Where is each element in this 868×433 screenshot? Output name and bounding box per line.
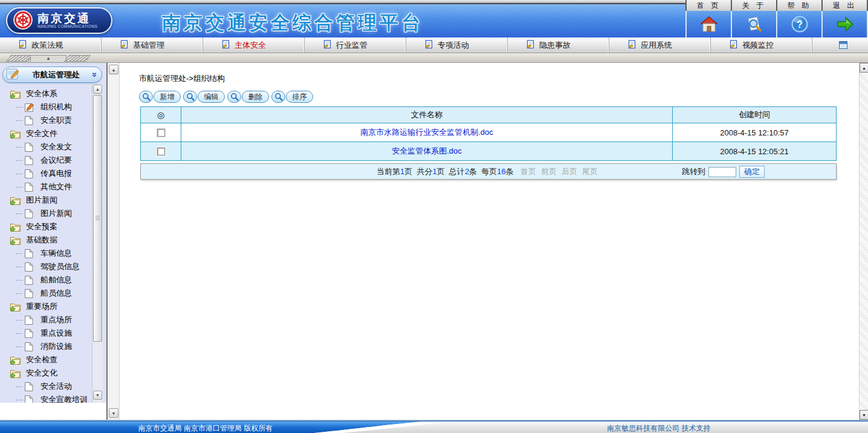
quick-link[interactable]: 帮 助 bbox=[777, 0, 823, 11]
menu-doc-icon bbox=[729, 40, 738, 51]
menu-tab[interactable]: 视频监控 bbox=[711, 37, 812, 53]
scroll-up-icon[interactable]: ▲ bbox=[93, 85, 102, 94]
splitter-handle[interactable]: ▲ bbox=[8, 55, 88, 62]
tree-item[interactable]: 安全活动 bbox=[0, 380, 92, 393]
pagination-bar: 当前第1页 共分1页 总计2条 每页16条 首页前页后页尾页 跳转到 确定 bbox=[140, 163, 837, 180]
confirm-button[interactable]: 确定 bbox=[739, 166, 765, 178]
toolbar-button[interactable]: 排序 bbox=[271, 91, 313, 103]
scroll-down-icon[interactable]: ▼ bbox=[860, 410, 868, 420]
tree-item[interactable]: 重要场所 bbox=[0, 300, 92, 313]
quick-link[interactable]: 首 页 bbox=[687, 0, 732, 11]
home-icon[interactable] bbox=[685, 11, 732, 37]
tree-item[interactable]: 图片新闻 bbox=[0, 194, 92, 207]
tree-item[interactable]: 会议纪要 bbox=[0, 154, 92, 167]
tree-item[interactable]: 安全发文 bbox=[0, 140, 92, 154]
menu-doc-icon bbox=[18, 40, 27, 51]
tree-item[interactable]: 基础数据 bbox=[0, 233, 92, 247]
folder-icon bbox=[10, 195, 21, 206]
file-table: ◎ 文件名称 创建时间 南京市水路运输行业安全监管机制.doc 2008-4-1… bbox=[140, 106, 837, 161]
tree-item[interactable]: 安全体系 bbox=[0, 87, 92, 100]
tree-item-label: 安全体系 bbox=[26, 88, 57, 99]
tree-item[interactable]: 船员信息 bbox=[0, 287, 92, 300]
menu-doc-icon bbox=[120, 40, 129, 51]
pagination-segment: 1 bbox=[432, 167, 436, 176]
toolbar-button-label: 删除 bbox=[242, 91, 269, 103]
tree-item-label: 传真电报 bbox=[40, 168, 72, 179]
help-icon[interactable]: ? bbox=[777, 11, 823, 37]
tree-item-label: 安全职责 bbox=[40, 115, 72, 126]
tree-item[interactable]: 驾驶员信息 bbox=[0, 260, 92, 273]
chevron-down-icon[interactable]: » bbox=[90, 72, 99, 77]
menu-tab[interactable]: 行业监管 bbox=[305, 37, 406, 53]
scroll-down-icon[interactable]: ▼ bbox=[109, 408, 118, 418]
file-link[interactable]: 南京市水路运输行业安全监管机制.doc bbox=[360, 127, 493, 138]
tree-item[interactable]: 安全职责 bbox=[0, 114, 92, 127]
menu-doc-icon bbox=[424, 40, 433, 51]
splitter-collapse-button[interactable]: ▲ bbox=[30, 55, 66, 62]
exit-icon[interactable] bbox=[823, 11, 868, 37]
tree-item[interactable]: 其他文件 bbox=[0, 180, 92, 194]
menu-tab[interactable]: 应用系统 bbox=[609, 37, 711, 53]
created-time: 2008-4-15 12:10:57 bbox=[672, 123, 836, 142]
scroll-up-icon[interactable]: ▲ bbox=[109, 65, 118, 74]
menu-tab[interactable]: 政策法规 bbox=[0, 37, 102, 53]
page-link[interactable]: 前页 bbox=[541, 166, 557, 177]
scrollbar-thumb[interactable] bbox=[93, 95, 102, 342]
menu-tab[interactable]: 基础管理 bbox=[102, 37, 203, 53]
selected-document-icon bbox=[24, 102, 34, 112]
row-checkbox[interactable] bbox=[157, 129, 165, 137]
row-checkbox[interactable] bbox=[157, 148, 165, 155]
select-all-icon[interactable]: ◎ bbox=[157, 110, 164, 120]
toolbar-button[interactable]: 新增 bbox=[139, 91, 181, 103]
quick-link[interactable]: 退 出 bbox=[823, 0, 868, 11]
tree-item[interactable]: 传真电报 bbox=[0, 167, 92, 180]
tree-item-label: 船员信息 bbox=[40, 288, 72, 299]
page-link[interactable]: 首页 bbox=[520, 166, 536, 177]
sidebar-department-selector[interactable]: 市航运管理处 » bbox=[2, 67, 102, 83]
scroll-down-icon[interactable]: ▼ bbox=[93, 391, 102, 400]
window-icon[interactable] bbox=[837, 41, 868, 51]
pagination-segment: 当前第 bbox=[377, 166, 400, 177]
menu-tab[interactable]: 主体安全 bbox=[203, 37, 305, 53]
tree-item[interactable]: 车辆信息 bbox=[0, 247, 92, 260]
select-all-header[interactable]: ◎ bbox=[141, 107, 181, 123]
splitter-bar: ▲ bbox=[0, 53, 868, 63]
jump-page-input[interactable] bbox=[708, 167, 736, 177]
tree-item[interactable]: 消防设施 bbox=[0, 340, 92, 353]
tree-item[interactable]: 安全文化 bbox=[0, 366, 92, 380]
menu-tab[interactable]: 专项活动 bbox=[406, 37, 508, 53]
pagination-segment: 条 每页 bbox=[469, 166, 497, 177]
tree-item[interactable]: 图片新闻 bbox=[0, 207, 92, 220]
page-link[interactable]: 后页 bbox=[562, 166, 577, 177]
document-icon bbox=[24, 169, 33, 179]
left-frame-scrollbar[interactable]: ▲ ▼ bbox=[108, 63, 120, 420]
about-icon[interactable] bbox=[732, 11, 777, 37]
tree-item[interactable]: 安全预案 bbox=[0, 220, 92, 233]
scroll-up-icon[interactable]: ▲ bbox=[860, 63, 868, 73]
column-header-name: 文件名称 bbox=[181, 107, 672, 123]
table-row: 南京市水路运输行业安全监管机制.doc 2008-4-15 12:10:57 bbox=[141, 123, 836, 142]
footer: 南京市交通局 南京市港口管理局 版权所有 南京敏思科技有限公司 技术支持 bbox=[0, 420, 868, 433]
breadcrumb: 市航运管理处->组织结构 bbox=[139, 73, 225, 84]
tree-item[interactable]: 船舶信息 bbox=[0, 273, 92, 287]
tree-item[interactable]: 安全检查 bbox=[0, 353, 92, 366]
menu-tab[interactable]: 隐患事故 bbox=[508, 37, 609, 53]
tree-item[interactable]: 安全宣教培训 bbox=[0, 393, 92, 403]
footer-tech-support: 南京敏思科技有限公司 技术支持 bbox=[565, 423, 753, 433]
column-header-time: 创建时间 bbox=[672, 107, 836, 123]
tree-item[interactable]: 重点设施 bbox=[0, 327, 92, 340]
toolbar-button[interactable]: 删除 bbox=[227, 91, 269, 103]
menu-doc-icon bbox=[323, 40, 332, 51]
notepad-icon bbox=[5, 68, 20, 82]
file-link[interactable]: 安全监管体系图.doc bbox=[392, 146, 462, 157]
folder-icon bbox=[10, 368, 21, 379]
page-link[interactable]: 尾页 bbox=[582, 166, 598, 177]
tree-item[interactable]: 组织机构 bbox=[0, 100, 92, 114]
tree-item[interactable]: 重点场所 bbox=[0, 313, 92, 327]
tree-item-label: 重点场所 bbox=[40, 314, 72, 325]
tree-scrollbar[interactable]: ▲ ▼ bbox=[92, 85, 103, 403]
quick-link[interactable]: 关 于 bbox=[732, 0, 777, 11]
page-scrollbar[interactable]: ▲ ▼ bbox=[859, 63, 868, 420]
toolbar-button[interactable]: 编辑 bbox=[183, 91, 225, 103]
tree-item[interactable]: 安全文件 bbox=[0, 127, 92, 140]
